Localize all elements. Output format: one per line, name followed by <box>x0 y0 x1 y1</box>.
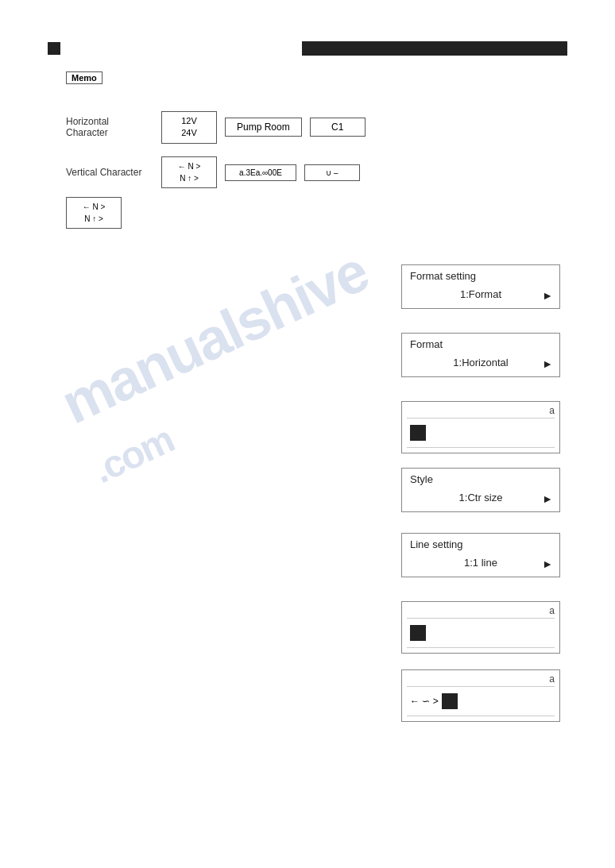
memo-badge: Memo <box>66 71 102 84</box>
display1-bottom-line <box>407 447 555 448</box>
hchar-box-3: C1 <box>310 118 366 137</box>
style-arrow[interactable]: ► <box>542 492 553 505</box>
style-title: Style <box>410 473 551 485</box>
top-bar <box>48 41 567 56</box>
line-setting-arrow[interactable]: ► <box>542 557 553 570</box>
line-setting-title: Line setting <box>410 538 551 550</box>
display3-a-label: a <box>407 673 555 687</box>
horizontal-character-row: Horizontal Character 12V24V Pump Room C1 <box>66 111 366 144</box>
display1-a-label: a <box>407 405 555 419</box>
small-box-row: ← N >N ↑ > <box>66 197 122 229</box>
style-panel: Style 1:Ctr size ► <box>401 468 560 512</box>
format-setting-panel: Format setting 1:Format ► <box>401 264 560 309</box>
hchar-box-1: 12V24V <box>161 111 217 144</box>
small-box: ← N >N ↑ > <box>66 197 122 229</box>
memo-label: Memo <box>72 73 97 83</box>
top-bar-square <box>48 42 60 55</box>
display3-black-square <box>442 693 458 709</box>
format-setting-value: 1:Format <box>410 285 551 302</box>
style-value: 1:Ctr size <box>410 488 551 505</box>
format-setting-title: Format setting <box>410 270 551 282</box>
display-box-1: a <box>401 401 560 453</box>
display2-bottom-line <box>407 647 555 648</box>
display-box-3: a ← ∽ > <box>401 669 560 722</box>
vchar-box-2: a.3Ea.∞00E <box>225 164 296 181</box>
display3-bottom-line <box>407 716 555 716</box>
vchar-box-1: ← N >N ↑ > <box>161 156 217 188</box>
display2-black-square <box>410 625 426 641</box>
format-title: Format <box>410 338 551 350</box>
hchar-box-2: Pump Room <box>225 118 302 137</box>
format-arrow[interactable]: ► <box>542 357 553 370</box>
line-setting-value: 1:1 line <box>410 554 551 570</box>
vertical-character-row: Vertical Character ← N >N ↑ > a.3Ea.∞00E… <box>66 156 360 188</box>
display3-content: ← ∽ > <box>407 689 555 712</box>
format-setting-arrow[interactable]: ► <box>542 289 553 302</box>
display3-text: ← ∽ > <box>410 696 439 707</box>
format-value: 1:Horizontal <box>410 353 551 370</box>
watermark: manualshive.com <box>52 238 405 496</box>
display1-black-square <box>410 425 426 441</box>
vertical-character-label: Vertical Character <box>66 167 153 178</box>
display1-content <box>407 420 555 444</box>
display-box-2: a <box>401 601 560 654</box>
display2-content <box>407 620 555 644</box>
format-panel: Format 1:Horizontal ► <box>401 333 560 377</box>
vchar-box-3: ∪ – <box>304 164 360 181</box>
horizontal-character-label: Horizontal Character <box>66 116 153 138</box>
display2-a-label: a <box>407 605 555 619</box>
top-bar-rect <box>302 41 567 56</box>
line-setting-panel: Line setting 1:1 line ► <box>401 533 560 577</box>
